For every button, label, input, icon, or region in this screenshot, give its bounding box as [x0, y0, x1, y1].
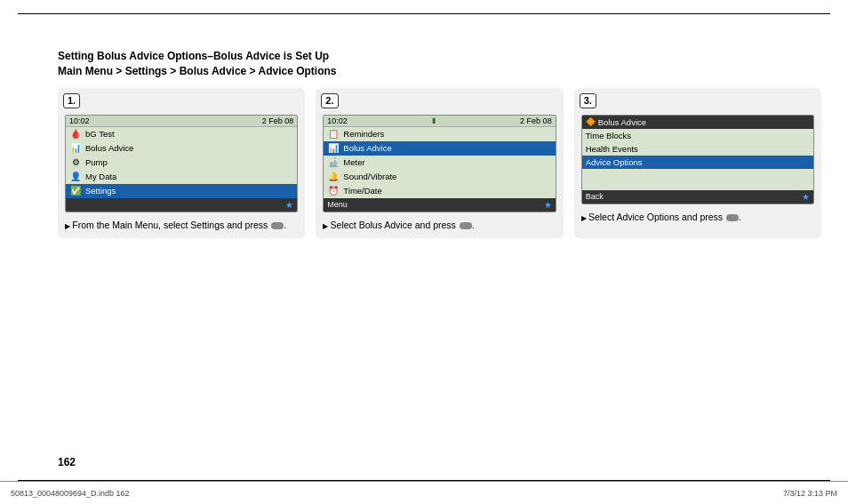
instruction-2: Select Bolus Advice and press . [323, 219, 556, 232]
bolus-icon: 📊 [69, 143, 82, 154]
bluetooth-icon-3: ★ [802, 192, 810, 202]
screen-bottombar-2: Menu ★ [324, 198, 555, 212]
bottombar-label-3: Back [586, 192, 604, 201]
title-block: Setting Bolus Advice Options–Bolus Advic… [58, 49, 821, 79]
screen-bottombar-1: ★ [66, 198, 297, 212]
menu-label-mydata: My Data [85, 172, 116, 181]
menu-label-timeblocks: Time Blocks [586, 131, 631, 140]
timedate-icon: ⏰ [327, 186, 340, 196]
screen-spacer-3 [582, 169, 813, 190]
step-number-1: 1. [63, 93, 80, 108]
step-card-2: 2. 10:02 ▮ 2 Feb 08 📋 Reminders 📊 Bolus … [316, 88, 563, 239]
button-icon-3 [726, 214, 739, 221]
reminders-icon: 📋 [327, 129, 340, 140]
device-screen-1: 10:02 2 Feb 08 🩸 bG Test 📊 Bolus Advice … [65, 115, 298, 212]
signal-icon-2: ▮ [432, 116, 436, 124]
screen-topbar-2: 10:02 ▮ 2 Feb 08 [324, 116, 555, 127]
menu-item-mydata[interactable]: 👤 My Data [66, 170, 297, 184]
menu-item-sound[interactable]: 🔔 Sound/Vibrate [324, 170, 555, 184]
sound-icon: 🔔 [327, 172, 340, 182]
device-screen-3: 🔶 Bolus Advice Time Blocks Health Events… [581, 115, 814, 204]
bluetooth-icon-1: ★ [285, 200, 293, 210]
screen-topbar-1: 10:02 2 Feb 08 [66, 116, 297, 127]
page-number: 162 [58, 456, 76, 468]
menu-item-healthevents[interactable]: Health Events [582, 142, 813, 156]
footer-left: 50813_00048009694_D.indb 162 [11, 489, 130, 498]
bottombar-label-2: Menu [327, 200, 348, 209]
step-number-2: 2. [321, 93, 338, 108]
step-card-3: 3. 🔶 Bolus Advice Time Blocks Health Eve… [574, 88, 821, 239]
menu-label-settings: Settings [85, 186, 116, 196]
pump-icon: ⚙ [69, 157, 82, 168]
footer-right: 7/3/12 3:13 PM [783, 489, 837, 498]
title-line2: Main Menu > Settings > Bolus Advice > Ad… [58, 64, 821, 79]
main-content: Setting Bolus Advice Options–Bolus Advic… [58, 49, 821, 238]
menu-item-bolus[interactable]: 📊 Bolus Advice [66, 141, 297, 156]
menu-item-reminders[interactable]: 📋 Reminders [324, 127, 555, 141]
title-icon-3: 🔶 [586, 117, 596, 126]
bg-icon: 🩸 [69, 129, 82, 140]
screen-title-label-3: Bolus Advice [598, 117, 646, 127]
menu-label-meter: Meter [343, 157, 364, 167]
menu-item-meter[interactable]: 🔬 Meter [324, 156, 555, 170]
menu-item-settings[interactable]: ✅ Settings [66, 184, 297, 198]
meter-icon: 🔬 [327, 157, 340, 168]
menu-label-bg: bG Test [85, 129, 115, 139]
screen-bottombar-3: Back ★ [582, 190, 813, 204]
menu-item-bolus-advice[interactable]: 📊 Bolus Advice [324, 141, 555, 156]
menu-label-bolus: Bolus Advice [85, 143, 133, 153]
screen-time-1: 10:02 [69, 116, 90, 125]
screen-date-2: 2 Feb 08 [520, 116, 552, 125]
instruction-3: Select Advice Options and press . [581, 211, 814, 224]
menu-label-pump: Pump [85, 157, 108, 167]
mydata-icon: 👤 [69, 172, 82, 182]
menu-item-pump[interactable]: ⚙ Pump [66, 156, 297, 170]
steps-container: 1. 10:02 2 Feb 08 🩸 bG Test 📊 Bolus Advi… [58, 88, 821, 239]
screen-time-2: 10:02 [327, 116, 348, 125]
menu-item-adviceoptions[interactable]: Advice Options [582, 156, 813, 169]
menu-label-bolus-advice: Bolus Advice [343, 143, 391, 153]
device-screen-2: 10:02 ▮ 2 Feb 08 📋 Reminders 📊 Bolus Adv… [323, 115, 556, 212]
button-icon-1 [271, 222, 284, 229]
bluetooth-icon-2: ★ [544, 200, 552, 210]
menu-label-healthevents: Health Events [586, 144, 638, 154]
title-line1: Setting Bolus Advice Options–Bolus Advic… [58, 49, 821, 64]
top-divider [18, 13, 830, 14]
menu-item-timeblocks[interactable]: Time Blocks [582, 129, 813, 142]
screen-title-3: 🔶 Bolus Advice [582, 116, 813, 129]
menu-label-adviceoptions: Advice Options [586, 157, 643, 167]
step-number-3: 3. [580, 93, 596, 108]
menu-label-reminders: Reminders [343, 129, 384, 139]
bolus-advice-icon: 📊 [327, 143, 340, 154]
footer: 50813_00048009694_D.indb 162 7/3/12 3:13… [0, 481, 848, 504]
menu-item-timedate[interactable]: ⏰ Time/Date [324, 184, 555, 198]
menu-item-bg[interactable]: 🩸 bG Test [66, 127, 297, 141]
screen-date-1: 2 Feb 08 [262, 116, 294, 125]
step-card-1: 1. 10:02 2 Feb 08 🩸 bG Test 📊 Bolus Advi… [58, 88, 305, 239]
menu-label-timedate: Time/Date [343, 186, 381, 196]
menu-label-sound: Sound/Vibrate [343, 172, 396, 181]
button-icon-2 [460, 222, 472, 229]
settings-icon: ✅ [69, 186, 82, 196]
instruction-1: From the Main Menu, select Settings and … [65, 219, 298, 232]
